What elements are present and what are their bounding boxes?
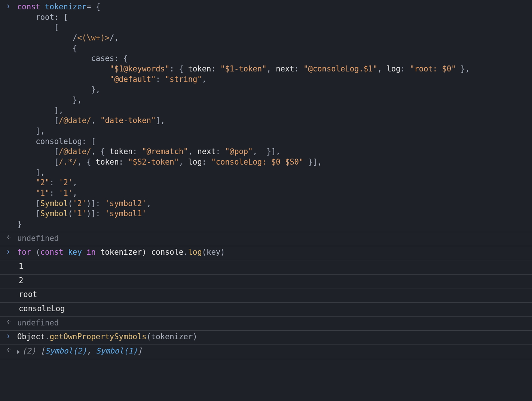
console-input-row[interactable]: for (const key in tokenizer) console.log… bbox=[0, 246, 532, 260]
console-result-row: ❮· undefined bbox=[0, 317, 532, 331]
expand-triangle-icon[interactable] bbox=[17, 350, 20, 354]
console-input-row[interactable]: const tokenizer= { root: [ [ /<(\w+)>/, … bbox=[0, 1, 532, 232]
log-value: 2 bbox=[17, 276, 532, 287]
log-value: 1 bbox=[17, 261, 532, 273]
console-panel: const tokenizer= { root: [ [ /<(\w+)>/, … bbox=[0, 0, 532, 359]
code-line: Object.getOwnPropertySymbols(tokenizer) bbox=[17, 332, 532, 343]
log-value: consoleLog bbox=[17, 304, 532, 315]
console-log-row: 2 bbox=[0, 275, 532, 289]
console-input-row[interactable]: Object.getOwnPropertySymbols(tokenizer) bbox=[0, 331, 532, 345]
console-log-row: consoleLog bbox=[0, 303, 532, 317]
symbol-value: Symbol(2) bbox=[45, 346, 87, 355]
regex-literal: <(\w+)> bbox=[77, 33, 109, 42]
input-chevron-icon bbox=[0, 2, 17, 9]
output-chevron-icon: ❮· bbox=[0, 318, 17, 324]
code-block: const tokenizer= { root: [ [ /<(\w+)>/, … bbox=[17, 2, 532, 230]
input-chevron-icon bbox=[0, 247, 17, 255]
undefined-result: undefined bbox=[17, 233, 532, 245]
console-result-row[interactable]: ❮· (2) [Symbol(2), Symbol(1)] bbox=[0, 345, 532, 359]
array-result[interactable]: (2) [Symbol(2), Symbol(1)] bbox=[17, 346, 532, 357]
array-length: (2) bbox=[22, 346, 36, 355]
keyword: const bbox=[17, 2, 40, 11]
log-value: root bbox=[17, 290, 532, 301]
output-chevron-icon: ❮· bbox=[0, 233, 17, 240]
symbol-value: Symbol(1) bbox=[96, 346, 138, 355]
input-chevron-icon bbox=[0, 332, 17, 339]
code-line: for (const key in tokenizer) console.log… bbox=[17, 247, 532, 258]
undefined-result: undefined bbox=[17, 318, 532, 329]
console-log-row: 1 bbox=[0, 260, 532, 275]
identifier: tokenizer bbox=[45, 2, 86, 11]
console-result-row: ❮· undefined bbox=[0, 232, 532, 247]
console-log-row: root bbox=[0, 288, 532, 303]
output-chevron-icon: ❮· bbox=[0, 346, 17, 352]
